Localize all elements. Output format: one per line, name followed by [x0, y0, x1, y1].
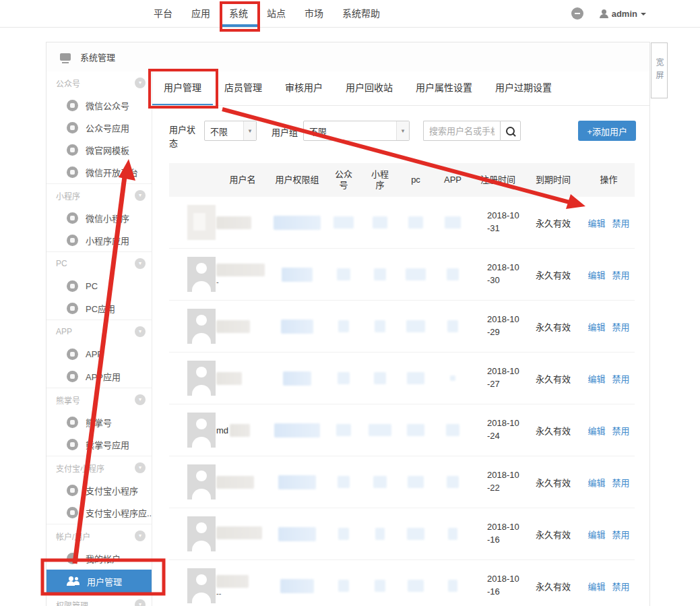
mini-program-cell [362, 580, 398, 592]
permission-group-cell [269, 475, 325, 489]
sidebar-section-header[interactable]: APP▾ [46, 320, 152, 343]
disable-link[interactable]: 禁用 [612, 580, 630, 593]
disable-link[interactable]: 禁用 [612, 320, 630, 333]
group-select[interactable]: 不限 ▾ [303, 121, 410, 141]
edit-link[interactable]: 编辑 [587, 580, 605, 593]
actions-cell: 编辑禁用 [583, 320, 635, 333]
avatar [187, 309, 216, 344]
app-icon [67, 280, 78, 292]
sidebar-item-3-1[interactable]: APP应用 [46, 365, 152, 388]
add-user-button[interactable]: +添加用户 [578, 121, 636, 141]
edit-link[interactable]: 编辑 [587, 320, 605, 333]
avatar [187, 361, 216, 396]
register-time-line1: 2018-10 [487, 469, 523, 482]
username-redacted [230, 424, 250, 437]
sidebar-item-2-1[interactable]: PC应用 [46, 297, 152, 320]
search-button[interactable] [500, 121, 521, 141]
chevron-down-icon[interactable]: ▾ [135, 599, 146, 606]
official-account-cell [325, 372, 362, 384]
sidebar-item-0-2[interactable]: 微官网模板 [46, 139, 152, 161]
sidebar-item-6-1[interactable]: 用户管理 [46, 570, 152, 593]
nav-item-2[interactable]: 应用 [182, 0, 220, 27]
sidebar-item-3-0[interactable]: APP [46, 343, 152, 365]
tab-6[interactable]: 用户过期设置 [484, 71, 563, 105]
sidebar-item-2-0[interactable]: PC [46, 275, 152, 297]
disable-link[interactable]: 禁用 [612, 372, 630, 385]
sidebar-item-4-1[interactable]: 熊掌号应用 [46, 433, 152, 456]
permission-group-cell [269, 320, 325, 334]
table-row: 2018-10-27永久有效编辑禁用 [169, 353, 635, 404]
minus-circle-icon[interactable] [571, 7, 583, 20]
disable-link[interactable]: 禁用 [612, 476, 630, 489]
disable-link[interactable]: 禁用 [612, 268, 630, 281]
sidebar-section: 帐户/用户▾我的帐户用户管理 [46, 524, 152, 593]
chevron-down-icon[interactable]: ▾ [135, 462, 146, 473]
tab-3[interactable]: 审核用户 [274, 71, 334, 105]
chevron-down-icon[interactable]: ▾ [135, 531, 146, 541]
sidebar-section-header[interactable]: PC▾ [46, 252, 152, 275]
sidebar-item-5-1[interactable]: 支付宝小程序应... [46, 502, 152, 524]
chevron-down-icon[interactable]: ▾ [135, 394, 146, 405]
disable-link[interactable]: 禁用 [612, 528, 630, 541]
header-right: admin [571, 0, 646, 27]
column-header: 注册时间 [472, 175, 523, 185]
app-cell [433, 476, 472, 488]
sidebar-section-header[interactable]: 帐户/用户▾ [46, 524, 152, 547]
username-redacted [216, 372, 242, 385]
search-input[interactable] [423, 121, 500, 141]
edit-link[interactable]: 编辑 [587, 372, 605, 385]
sidebar-item-label: PC应用 [86, 302, 115, 315]
register-time-line1: 2018-10 [487, 521, 523, 534]
nav-item-1[interactable]: 平台 [144, 0, 182, 27]
nav-item-4[interactable]: 站点 [257, 0, 295, 27]
sidebar-item-1-0[interactable]: 微信小程序 [46, 207, 152, 229]
sidebar-item-5-0[interactable]: 支付宝小程序 [46, 479, 152, 502]
sidebar-item-0-1[interactable]: 公众号应用 [46, 117, 152, 139]
tab-5[interactable]: 用户属性设置 [404, 71, 484, 105]
sidebar-item-6-0[interactable]: 我的帐户 [46, 547, 152, 570]
user-menu[interactable]: admin [600, 9, 646, 19]
users-icon [67, 576, 79, 586]
edit-link[interactable]: 编辑 [587, 268, 605, 281]
nav-item-6[interactable]: 系统帮助 [333, 0, 389, 27]
actions-cell: 编辑禁用 [583, 424, 635, 437]
sidebar-section-header[interactable]: 支付宝小程序▾ [46, 456, 152, 479]
nav-item-5[interactable]: 市场 [295, 0, 333, 27]
app-icon [67, 144, 78, 156]
status-select[interactable]: 不限 ▾ [204, 121, 257, 141]
tab-1[interactable]: 用户管理 [152, 71, 213, 105]
sidebar-item-1-1[interactable]: 小程序应用 [46, 229, 152, 251]
sidebar-item-0-3[interactable]: 微信开放平台 [46, 161, 152, 183]
nav-item-3[interactable]: 系统 [220, 0, 257, 27]
edit-link[interactable]: 编辑 [587, 424, 605, 437]
widescreen-toggle[interactable]: 宽屏 [651, 42, 668, 98]
sidebar-item-0-0[interactable]: 微信公众号 [46, 94, 152, 117]
chevron-down-icon[interactable]: ▾ [135, 78, 146, 88]
chevron-down-icon[interactable]: ▾ [135, 190, 146, 201]
column-header: 小程序 [362, 169, 398, 191]
sidebar-section-header[interactable]: 熊掌号▾ [46, 388, 152, 411]
sidebar-item-4-0[interactable]: 熊掌号 [46, 411, 152, 433]
disable-link[interactable]: 禁用 [612, 424, 630, 437]
tab-4[interactable]: 用户回收站 [334, 71, 404, 105]
pc-cell [398, 476, 433, 488]
chevron-down-icon[interactable]: ▾ [135, 326, 146, 337]
column-header-label: 用户权限组 [275, 175, 319, 185]
value-redacted [336, 424, 351, 436]
edit-link[interactable]: 编辑 [587, 476, 605, 489]
disable-link[interactable]: 禁用 [612, 216, 630, 229]
column-header-label: 用户名 [229, 175, 255, 185]
app-icon [67, 212, 78, 224]
sidebar-section-header[interactable]: 公众号▾ [46, 71, 152, 94]
mini-program-cell [362, 268, 398, 280]
sidebar-item-label: 支付宝小程序应... [86, 506, 152, 519]
edit-link[interactable]: 编辑 [587, 528, 605, 541]
register-time-line1: 2018-10 [487, 365, 523, 378]
sidebar-section-header[interactable]: 小程序▾ [46, 184, 152, 207]
edit-link[interactable]: 编辑 [587, 216, 605, 229]
chevron-down-icon[interactable]: ▾ [135, 258, 146, 269]
column-header-label: 公众号 [333, 169, 354, 191]
sidebar-section-header[interactable]: 权限管理▾ [46, 593, 152, 606]
panel-title-label: 系统管理 [80, 51, 115, 63]
tab-2[interactable]: 店员管理 [213, 71, 274, 105]
